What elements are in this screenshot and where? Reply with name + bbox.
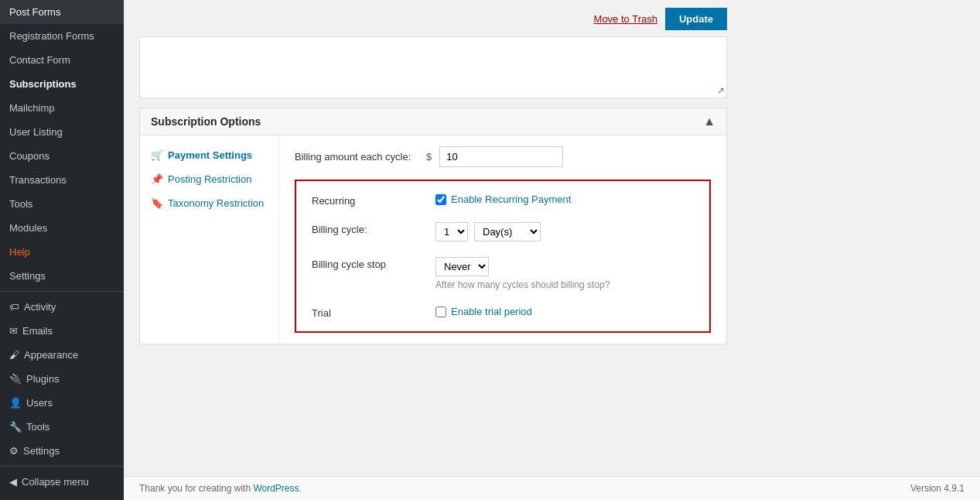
nav-item-label: Payment Settings [168,149,252,161]
sidebar-item-activity[interactable]: 🏷 Activity [0,295,124,319]
taxonomy-icon: 🔖 [151,197,163,209]
description-textarea-container: ↗ [139,36,727,98]
sidebar-item-user-listing[interactable]: User Listing [0,120,124,144]
billing-amount-row: Billing amount each cycle: $ [295,146,711,167]
billing-cycle-number-select[interactable]: 1 2 3 4 5 [435,222,468,241]
posting-icon: 📌 [151,173,163,185]
panel-title: Subscription Options [151,115,261,128]
panel-toggle-button[interactable]: ▲ [703,115,715,128]
sidebar-item-label: Settings [23,445,60,457]
enable-recurring-checkbox[interactable] [435,194,446,205]
subscription-options-panel: Subscription Options ▲ 🛒 Payment Setting… [139,108,727,344]
trial-row: Trial Enable trial period [312,306,694,319]
sidebar-item-emails[interactable]: ✉ Emails [0,319,124,343]
sidebar-item-transactions[interactable]: Transactions [0,168,124,192]
sidebar-item-label: Subscriptions [9,78,77,90]
sidebar-item-settings[interactable]: Settings [0,264,124,288]
billing-cycle-label: Billing cycle: [312,222,435,235]
description-textarea[interactable] [140,37,726,98]
sidebar-item-label: Post Forms [9,6,60,18]
settings-icon: ⚙ [9,445,19,457]
recurring-label: Recurring [312,193,435,207]
trial-label: Trial [312,306,435,319]
sidebar-item-label: Help [9,246,30,258]
billing-prefix: $ [426,151,432,163]
recurring-value: Enable Recurring Payment [435,193,571,205]
sidebar-item-label: Emails [22,325,53,337]
recurring-box: Recurring Enable Recurring Payment Billi… [295,180,711,333]
update-button[interactable]: Update [665,8,727,30]
sidebar-item-label: Tools [9,198,32,210]
sidebar-item-help[interactable]: Help [0,240,124,264]
panel-nav-taxonomy-restriction[interactable]: 🔖 Taxonomy Restriction [140,191,278,215]
sidebar-item-label: Tools [26,421,50,433]
activity-icon: 🏷 [9,301,19,313]
content-area: Move to Trash Update ↗ Subscription Opti… [124,0,980,476]
enable-trial-checkbox[interactable] [435,307,446,317]
sidebar-item-tools2[interactable]: 🔧 Tools [0,415,124,439]
sidebar-item-mailchimp[interactable]: Mailchimp [0,96,124,120]
collapse-icon: ◀ [9,476,17,488]
billing-cycle-stop-row: Billing cycle stop Never After After how… [312,257,694,290]
billing-cycle-unit-select[interactable]: Day(s) Week(s) Month(s) Year(s) [474,222,541,241]
enable-trial-text: Enable trial period [451,306,532,317]
sidebar-item-label: Plugins [26,373,60,385]
footer: Thank you for creating with WordPress. V… [124,476,980,500]
sidebar-item-modules[interactable]: Modules [0,216,124,240]
enable-recurring-label[interactable]: Enable Recurring Payment [435,193,571,205]
cart-icon: 🛒 [151,149,163,161]
sidebar-item-label: User Listing [9,126,63,138]
nav-item-label: Posting Restriction [168,173,251,185]
version-text: Version 4.9.1 [910,483,965,494]
sidebar-item-label: Contact Form [9,54,70,66]
wordpress-link[interactable]: WordPress. [253,483,301,494]
move-to-trash-button[interactable]: Move to Trash [594,13,657,25]
sidebar-item-label: Activity [24,301,56,313]
panel-nav-posting-restriction[interactable]: 📌 Posting Restriction [140,167,278,191]
sidebar-item-label: Settings [9,270,46,282]
trial-value: Enable trial period [435,306,532,317]
sidebar-item-collapse[interactable]: ◀ Collapse menu [0,470,124,494]
enable-trial-label[interactable]: Enable trial period [435,306,532,317]
sidebar-item-label: Transactions [9,174,67,186]
billing-amount-input[interactable] [439,146,563,167]
panel-nav: 🛒 Payment Settings 📌 Posting Restriction… [140,135,279,344]
emails-icon: ✉ [9,325,18,337]
billing-amount-label: Billing amount each cycle: [295,151,418,163]
main-area: Move to Trash Update ↗ Subscription Opti… [124,0,980,500]
billing-cycle-stop-select[interactable]: Never After [435,257,489,276]
sidebar-item-users[interactable]: 👤 Users [0,391,124,415]
sidebar-item-plugins[interactable]: 🔌 Plugins [0,367,124,391]
panel-header: Subscription Options ▲ [140,108,726,135]
sidebar-item-registration-forms[interactable]: Registration Forms [0,24,124,48]
panel-body: 🛒 Payment Settings 📌 Posting Restriction… [140,135,726,344]
sidebar-item-coupons[interactable]: Coupons [0,144,124,168]
resize-handle: ↗ [717,85,725,96]
sidebar-item-subscriptions[interactable]: Subscriptions [0,72,124,96]
billing-cycle-stop-value: Never After After how many cycles should… [435,257,610,290]
sidebar-item-settings2[interactable]: ⚙ Settings [0,439,124,463]
sidebar-divider [0,291,124,292]
sidebar-item-label: Appearance [24,349,78,361]
users-icon: 👤 [9,397,22,409]
panel-right-content: Billing amount each cycle: $ Recurring [279,135,726,344]
panel-nav-payment-settings[interactable]: 🛒 Payment Settings [140,143,278,167]
sidebar-item-label: Mailchimp [9,102,55,114]
footer-thanks: Thank you for creating with WordPress. [139,483,302,494]
collapse-label: Collapse menu [22,476,89,488]
plugins-icon: 🔌 [9,373,22,385]
billing-cycle-stop-label: Billing cycle stop [312,257,435,270]
sidebar-item-tools[interactable]: Tools [0,192,124,216]
billing-cycle-row: Billing cycle: 1 2 3 4 5 D [312,222,694,241]
recurring-row: Recurring Enable Recurring Payment [312,193,694,207]
sidebar: Post Forms Registration Forms Contact Fo… [0,0,124,500]
sidebar-item-contact-form[interactable]: Contact Form [0,48,124,72]
sidebar-item-post-forms[interactable]: Post Forms [0,0,124,24]
sidebar-item-label: Modules [9,222,47,234]
enable-recurring-text: Enable Recurring Payment [451,193,571,205]
billing-cycle-stop-help: After how many cycles should billing sto… [435,279,610,290]
sidebar-item-appearance[interactable]: 🖌 Appearance [0,343,124,367]
billing-cycle-value: 1 2 3 4 5 Day(s) Week(s) Month(s) [435,222,541,241]
sidebar-item-label: Registration Forms [9,30,94,42]
appearance-icon: 🖌 [9,349,19,361]
